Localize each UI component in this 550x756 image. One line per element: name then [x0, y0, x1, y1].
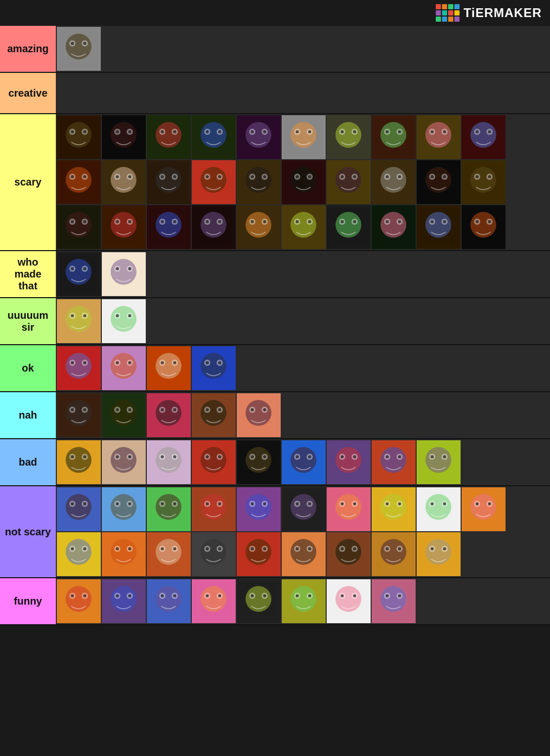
- svg-point-335: [218, 455, 221, 458]
- svg-point-170: [201, 212, 226, 238]
- character-block: [147, 487, 191, 531]
- tier-label-scary: scary: [0, 114, 56, 250]
- svg-point-121: [335, 167, 361, 193]
- svg-point-520: [156, 586, 181, 612]
- svg-point-111: [263, 175, 266, 178]
- header: TiERMAKER: [0, 0, 550, 26]
- character-block: [192, 440, 236, 484]
- svg-point-363: [398, 455, 401, 458]
- svg-point-83: [83, 175, 86, 178]
- svg-point-177: [246, 212, 271, 238]
- svg-point-356: [353, 455, 356, 458]
- logo-dot: [454, 10, 460, 16]
- svg-point-418: [341, 502, 344, 505]
- svg-point-279: [83, 408, 86, 411]
- svg-point-338: [246, 447, 271, 473]
- svg-point-327: [161, 455, 164, 458]
- svg-point-187: [296, 220, 299, 223]
- svg-point-352: [335, 447, 361, 473]
- svg-point-439: [476, 502, 479, 505]
- svg-point-103: [206, 175, 209, 178]
- tier-row-creative: creative: [0, 73, 550, 114]
- character-block: [282, 115, 326, 159]
- svg-point-138: [431, 175, 434, 178]
- svg-point-194: [341, 220, 344, 223]
- svg-point-559: [398, 594, 401, 597]
- svg-point-324: [156, 447, 181, 473]
- svg-point-478: [291, 539, 316, 565]
- character-block: [192, 160, 236, 204]
- svg-point-251: [83, 361, 86, 364]
- character-block: [102, 532, 146, 576]
- svg-point-145: [476, 175, 479, 178]
- svg-point-271: [206, 361, 209, 364]
- character-block: [102, 115, 146, 159]
- svg-point-380: [111, 494, 136, 520]
- svg-point-40: [251, 130, 254, 133]
- character-block: [102, 393, 146, 437]
- character-block: [237, 440, 281, 484]
- character-block: [372, 115, 416, 159]
- svg-point-282: [111, 400, 136, 426]
- tier-content-who-made-that: [56, 251, 550, 297]
- svg-point-489: [353, 547, 356, 550]
- svg-point-86: [111, 167, 136, 193]
- svg-point-97: [173, 175, 176, 178]
- character-block: [192, 205, 236, 249]
- svg-point-12: [71, 130, 74, 133]
- svg-point-447: [83, 547, 86, 550]
- svg-point-205: [425, 212, 451, 238]
- svg-point-135: [425, 167, 451, 193]
- character-block: [102, 440, 146, 484]
- svg-point-82: [71, 175, 74, 178]
- svg-point-9: [66, 122, 91, 148]
- svg-point-104: [218, 175, 221, 178]
- tier-content-ok: [56, 345, 550, 391]
- svg-point-278: [71, 408, 74, 411]
- tier-label-nah: nah: [0, 392, 56, 438]
- svg-point-167: [173, 220, 176, 223]
- svg-point-411: [296, 502, 299, 505]
- svg-point-538: [263, 594, 266, 597]
- svg-point-173: [206, 220, 209, 223]
- svg-point-19: [116, 130, 119, 133]
- svg-point-233: [66, 306, 91, 332]
- svg-point-181: [263, 220, 266, 223]
- svg-point-415: [335, 494, 361, 520]
- svg-point-65: [425, 122, 451, 148]
- svg-point-446: [71, 547, 74, 550]
- svg-point-146: [488, 175, 491, 178]
- character-block: [102, 579, 146, 623]
- svg-point-209: [443, 220, 446, 223]
- svg-point-47: [296, 130, 299, 133]
- svg-point-258: [128, 361, 131, 364]
- svg-point-156: [111, 212, 136, 238]
- svg-point-387: [156, 494, 181, 520]
- character-block: [282, 487, 326, 531]
- svg-point-62: [398, 130, 401, 133]
- svg-point-265: [173, 361, 176, 364]
- svg-point-34: [218, 130, 221, 133]
- tier-label-uuuuum-sir: uuuuum sir: [0, 298, 56, 344]
- svg-point-506: [66, 586, 91, 612]
- character-block: [462, 160, 506, 204]
- svg-point-299: [206, 408, 209, 411]
- svg-point-492: [380, 539, 406, 565]
- svg-point-54: [341, 130, 344, 133]
- character-block: [147, 579, 191, 623]
- svg-point-523: [161, 594, 164, 597]
- svg-point-408: [291, 494, 316, 520]
- svg-point-139: [443, 175, 446, 178]
- character-block: [372, 532, 416, 576]
- svg-point-41: [263, 130, 266, 133]
- character-block: [462, 205, 506, 249]
- character-block: [327, 487, 371, 531]
- svg-point-359: [380, 447, 406, 473]
- svg-point-89: [116, 175, 119, 178]
- svg-point-275: [66, 400, 91, 426]
- svg-point-503: [443, 547, 446, 550]
- character-block: [372, 160, 416, 204]
- character-block: [237, 579, 281, 623]
- svg-point-485: [335, 539, 361, 565]
- svg-point-310: [66, 447, 91, 473]
